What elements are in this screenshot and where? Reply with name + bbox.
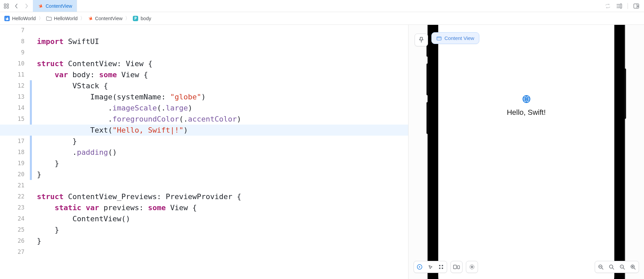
line-number[interactable]: 24 xyxy=(0,213,32,224)
canvas-selection-chip[interactable]: Content View xyxy=(431,32,479,44)
code-line[interactable]: struct ContentView: View { xyxy=(37,58,408,69)
svg-rect-10 xyxy=(437,37,441,40)
code-line[interactable] xyxy=(37,25,408,36)
jump-bar-item-folder[interactable]: HelloWorld xyxy=(45,15,78,22)
line-number[interactable]: 19 xyxy=(0,158,32,169)
line-number[interactable]: 8 xyxy=(0,36,32,47)
variants-button[interactable] xyxy=(436,262,446,272)
app-project-icon xyxy=(4,15,10,21)
zoom-actual-button[interactable]: 1 xyxy=(617,262,627,272)
device-settings-button[interactable] xyxy=(451,262,462,272)
chevron-left-icon xyxy=(14,4,18,8)
chevron-right-icon: 〉 xyxy=(124,15,130,21)
jump-bar-item-file[interactable]: ContentView xyxy=(87,15,123,22)
editor-preview-split: 789101112131415161718192021222324252627 … xyxy=(0,25,644,279)
line-number[interactable]: 22 xyxy=(0,191,32,202)
line-number[interactable]: 23 xyxy=(0,202,32,213)
code-line[interactable]: import SwiftUI xyxy=(37,36,408,47)
sync-arrows-icon xyxy=(605,3,611,9)
line-number[interactable]: 13 xyxy=(0,91,32,102)
code-line[interactable]: struct ContentView_Previews: PreviewProv… xyxy=(37,191,408,202)
source-editor[interactable]: 789101112131415161718192021222324252627 … xyxy=(0,25,409,279)
add-editor-icon xyxy=(633,3,639,9)
canvas-selection-label: Content View xyxy=(444,35,474,41)
code-line[interactable]: .foregroundColor(.accentColor) xyxy=(37,113,408,125)
svg-rect-0 xyxy=(4,4,6,5)
live-preview-button[interactable] xyxy=(415,262,425,272)
tab-label: ContentView xyxy=(46,3,72,9)
code-line[interactable]: var body: some View { xyxy=(37,69,408,80)
line-number[interactable]: 10 xyxy=(0,58,32,69)
canvas-mode-group xyxy=(414,261,447,273)
selectable-preview-button[interactable] xyxy=(425,262,435,272)
code-line[interactable]: .padding() xyxy=(37,147,408,158)
jump-bar-item-symbol[interactable]: P body xyxy=(132,15,152,22)
line-number-gutter[interactable]: 789101112131415161718192021222324252627 xyxy=(0,25,32,279)
jump-bar: HelloWorld 〉 HelloWorld 〉 ContentView 〉 … xyxy=(0,12,644,25)
canvas-toolbar-left xyxy=(414,261,478,273)
line-number[interactable]: 26 xyxy=(0,235,32,246)
line-number[interactable]: 7 xyxy=(0,25,32,36)
add-editor-button[interactable] xyxy=(632,2,641,10)
swift-file-icon xyxy=(88,16,93,21)
code-line[interactable]: } xyxy=(37,158,408,169)
code-line[interactable]: static var previews: some View { xyxy=(37,202,408,213)
line-number[interactable]: 12 xyxy=(0,80,32,91)
svg-point-18 xyxy=(470,265,474,269)
nav-forward-button[interactable] xyxy=(22,2,31,10)
property-symbol-icon: P xyxy=(132,15,139,21)
zoom-out-button[interactable] xyxy=(596,262,606,272)
line-number[interactable]: 18 xyxy=(0,147,32,158)
svg-text:P: P xyxy=(135,16,137,21)
adjust-editor-options-button[interactable] xyxy=(615,2,624,10)
preview-settings-group xyxy=(466,261,478,273)
preview-rendered-content: Hello, Swift! xyxy=(438,25,614,279)
line-number[interactable]: 21 xyxy=(0,180,32,191)
preview-text: Hello, Swift! xyxy=(507,108,546,117)
code-line[interactable]: } xyxy=(37,136,408,147)
chevron-right-icon xyxy=(24,4,29,8)
line-number[interactable]: 11 xyxy=(0,69,32,80)
code-line[interactable]: Image(systemName: "globe") xyxy=(37,91,408,102)
code-line[interactable]: } xyxy=(37,224,408,235)
svg-rect-2 xyxy=(4,6,6,8)
code-line[interactable]: Text("Hello, Swift|!") xyxy=(0,125,408,136)
device-bezel[interactable]: Hello, Swift! xyxy=(428,25,625,279)
svg-rect-13 xyxy=(442,265,443,266)
tab-bar: ContentView xyxy=(0,0,644,12)
svg-point-19 xyxy=(471,266,473,268)
line-number[interactable]: 9 xyxy=(0,47,32,58)
code-line[interactable] xyxy=(37,47,408,58)
line-number[interactable]: 17 xyxy=(0,136,32,147)
code-line[interactable]: } xyxy=(37,235,408,246)
code-content[interactable]: import SwiftUIstruct ContentView: View {… xyxy=(37,25,408,258)
zoom-in-button[interactable] xyxy=(628,262,638,272)
svg-rect-1 xyxy=(7,4,9,5)
code-line[interactable]: ContentView() xyxy=(37,213,408,224)
jump-bar-item-project[interactable]: HelloWorld xyxy=(3,15,37,22)
editor-options-icon xyxy=(616,3,622,9)
line-number[interactable]: 14 xyxy=(0,102,32,113)
pin-icon xyxy=(419,37,424,43)
code-line[interactable] xyxy=(37,180,408,191)
pin-preview-button[interactable] xyxy=(415,34,428,46)
code-line[interactable]: VStack { xyxy=(37,80,408,91)
svg-rect-15 xyxy=(442,268,443,269)
canvas-settings-button[interactable] xyxy=(467,262,477,272)
code-line[interactable]: } xyxy=(37,169,408,180)
code-line[interactable] xyxy=(37,246,408,258)
line-number[interactable]: 27 xyxy=(0,246,32,258)
line-number[interactable]: 20 xyxy=(0,169,32,180)
tab-list: ContentView xyxy=(33,0,77,12)
swift-file-icon xyxy=(38,3,43,9)
nav-back-button[interactable] xyxy=(12,2,21,10)
code-line[interactable]: .imageScale(.large) xyxy=(37,102,408,113)
tab-contentview[interactable]: ContentView xyxy=(33,0,77,12)
line-number[interactable]: 25 xyxy=(0,224,32,235)
line-number[interactable]: 15 xyxy=(0,113,32,125)
zoom-fit-button[interactable] xyxy=(606,262,616,272)
refresh-state-button[interactable] xyxy=(603,2,612,10)
device-screen[interactable]: Hello, Swift! xyxy=(438,25,614,279)
related-items-button[interactable] xyxy=(2,2,11,10)
preview-canvas[interactable]: Hello, Swift! Content View xyxy=(409,25,644,279)
